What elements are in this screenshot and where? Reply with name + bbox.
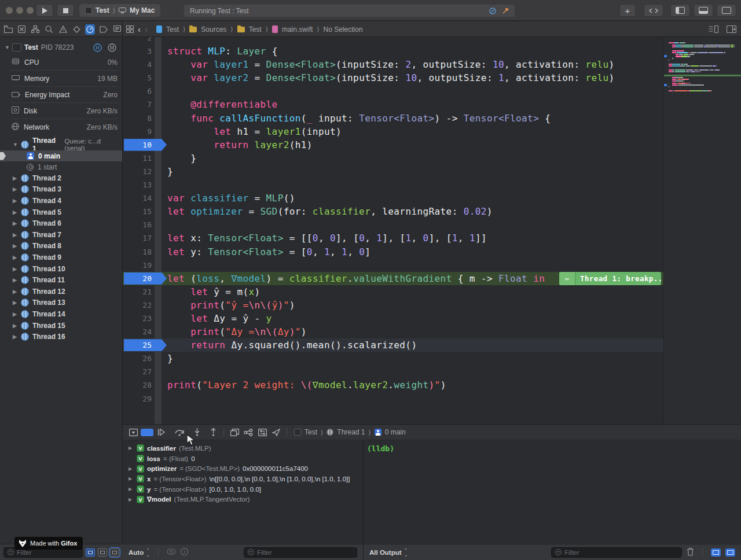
thread-row-thread-14[interactable]: ▶Thread 14 [0,308,122,320]
line-number[interactable]: 5 [123,71,152,84]
code-line-10[interactable]: 10 return layer2(h1) [123,138,741,152]
line-number[interactable]: 13 [123,178,152,191]
variables-scope-select[interactable]: Auto ⌃⌃ [129,548,150,557]
back-button[interactable]: ‹ [138,24,141,34]
toggle-inspectors-button[interactable] [717,4,736,17]
code-line-20[interactable]: 20let (loss, ∇model) = classifier.valueW… [123,272,741,285]
thread-1-row[interactable]: ▼ Thread 1 Queue: c...d (serial) [0,139,122,150]
hide-debug-area-button[interactable] [126,426,140,438]
variable-row-y[interactable]: ▶Vy= (Tensor<Float>)[0.0, 1.0, 1.0, 0.0] [123,484,363,495]
code-line-14[interactable]: 14var classifier = MLP() [123,191,741,205]
line-number[interactable]: 16 [123,218,152,231]
line-number[interactable]: 11 [123,152,152,165]
disclosure-open-icon[interactable]: ▼ [5,45,9,50]
debug-view-hierarchy-button[interactable] [228,426,241,438]
jump-target[interactable]: Test [305,428,317,436]
tab-find-navigator[interactable] [45,24,54,35]
code-line-16[interactable]: 16 [123,218,741,231]
variables-filter-input[interactable]: Filter [244,547,357,558]
gauge-row-energy-impact[interactable]: Energy ImpactZero [12,87,118,103]
thread-row-thread-2[interactable]: ▶Thread 2 [0,172,122,184]
stack-frame-1-start[interactable]: 1 start [0,161,122,172]
thread-row-thread-3[interactable]: ▶Thread 3 [0,184,122,196]
line-number[interactable]: 27 [123,365,152,378]
code-review-button[interactable] [644,4,663,17]
toggle-navigator-button[interactable] [670,4,690,17]
add-editor-icon[interactable] [727,25,736,33]
line-number[interactable]: 3 [123,45,152,58]
code-line-24[interactable]: 24 print("Δy =\n\(Δy)") [123,325,741,338]
forward-button[interactable]: › [145,24,148,34]
code-line-6[interactable]: 6 [123,84,741,98]
disclosure-closed-icon[interactable]: ▶ [13,243,17,249]
zoom-window-button[interactable] [27,7,34,14]
thread-row-thread-10[interactable]: ▶Thread 10 [0,263,122,275]
line-number[interactable]: 23 [123,312,152,325]
source-editor[interactable]: 23struct MLP: Layer {4 var layer1 = Dens… [123,37,741,424]
process-row[interactable]: ▼ Test PID 78223 [0,40,122,54]
console-filter-input[interactable]: Filter [551,547,682,558]
disclosure-closed-icon[interactable]: ▶ [129,466,134,471]
code-line-29[interactable]: 29 [123,392,741,406]
breadcrumb-selection[interactable]: No Selection [324,25,363,34]
line-number[interactable]: 28 [123,378,152,392]
step-over-button[interactable] [173,426,186,438]
breadcrumb-group-test[interactable]: Test [249,25,262,34]
disclosure-closed-icon[interactable]: ▶ [13,186,17,192]
continue-button[interactable] [154,426,168,438]
variables-view[interactable]: ▶Vclassifier(Test.MLP)Vloss= (Float)0▶Vo… [123,441,364,544]
line-number[interactable]: 8 [123,112,152,125]
tab-symbol-navigator[interactable] [31,24,41,35]
code-line-19[interactable]: 19 [123,259,741,272]
thread-row-thread-5[interactable]: ▶Thread 5 [0,207,122,218]
tab-debug-navigator[interactable] [85,24,95,35]
code-line-12[interactable]: 12} [123,165,741,178]
line-number[interactable]: 17 [123,231,152,245]
line-number[interactable]: 21 [123,285,152,299]
line-number[interactable]: 2 [123,37,152,45]
code-line-17[interactable]: 17let x: Tensor<Float> = [[0, 0], [0, 1]… [123,231,741,245]
line-number[interactable]: 26 [123,352,152,365]
jump-frame[interactable]: 0 main [385,428,406,436]
line-number[interactable]: 12 [123,165,152,178]
disclosure-closed-icon[interactable]: ▶ [129,445,134,451]
quicklook-button[interactable] [167,548,176,556]
disclosure-closed-icon[interactable]: ▶ [13,232,17,238]
library-add-button[interactable]: + [619,4,636,17]
line-number[interactable]: 6 [123,84,152,98]
line-number[interactable]: 10 [123,138,152,152]
disclosure-closed-icon[interactable]: ▶ [13,311,17,317]
code-line-28[interactable]: 28print("Layer 2 weight: \(∇model.layer2… [123,378,741,392]
disclosure-closed-icon[interactable]: ▶ [13,198,17,204]
gauge-row-network[interactable]: NetworkZero KB/s [12,119,118,135]
clear-console-button[interactable] [687,547,694,557]
code-line-15[interactable]: 15let optimizer = SGD(for: classifier, l… [123,205,741,218]
thread-row-thread-7[interactable]: ▶Thread 7 [0,229,122,241]
line-number[interactable]: 20 [123,272,152,285]
gauge-row-memory[interactable]: Memory19 MB [12,71,118,87]
code-line-3[interactable]: 3struct MLP: Layer { [123,45,741,58]
disclosure-closed-icon[interactable]: ▶ [129,497,134,502]
line-number[interactable]: 25 [123,338,152,352]
line-number[interactable]: 4 [123,58,152,71]
memory-graph-button[interactable] [241,426,255,438]
code-line-22[interactable]: 22 print("ŷ =\n\(ŷ)") [123,299,741,312]
disclosure-closed-icon[interactable]: ▶ [13,266,17,272]
code-line-8[interactable]: 8 func callAsFunction(_ input: Tensor<Fl… [123,112,741,125]
disclosure-closed-icon[interactable]: ▶ [13,277,17,283]
tab-breakpoint-navigator[interactable] [99,24,109,35]
tab-test-navigator[interactable] [72,24,82,35]
gauge-row-disk[interactable]: DiskZero KB/s [12,103,118,119]
stop-button[interactable] [57,4,74,17]
line-number[interactable]: 19 [123,259,152,272]
stack-frame-0-main[interactable]: 0 main [0,150,122,161]
disclosure-closed-icon[interactable]: ▶ [13,220,17,226]
code-line-4[interactable]: 4 var layer1 = Dense<Float>(inputSize: 2… [123,58,741,71]
tab-source-control-navigator[interactable] [17,24,27,35]
thread-row-thread-4[interactable]: ▶Thread 4 [0,195,122,207]
variable-row-x[interactable]: ▶Vx= (Tensor<Float>)\n[[0.0, 0.0],\n [0.… [123,474,363,484]
code-line-26[interactable]: 26} [123,352,741,365]
minimize-window-button[interactable] [16,7,23,14]
environment-overrides-button[interactable] [255,426,269,438]
minimap[interactable] [663,37,741,424]
